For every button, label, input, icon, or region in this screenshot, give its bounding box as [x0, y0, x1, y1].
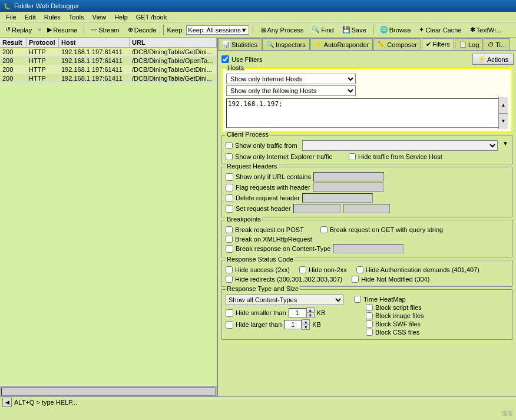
hide-traffic-service-label: Hide traffic from Service Host — [358, 153, 442, 160]
smaller-spin-down[interactable]: ▼ — [307, 313, 314, 318]
show-only-ie-checkbox[interactable] — [226, 153, 233, 160]
break-content-type-label: Break response on Content-Type — [236, 245, 330, 252]
smaller-spin-up[interactable]: ▲ — [307, 308, 314, 313]
hosts-dropdown2[interactable]: Show only the following Hosts Hide the f… — [226, 85, 508, 96]
break-get-checkbox[interactable] — [320, 226, 328, 233]
hide-larger-value[interactable] — [284, 320, 302, 329]
hide-auth-row: Hide Authentication demands (401,407) — [356, 266, 479, 273]
cell-url: /DCB/DiningTable/GetDini... — [130, 65, 217, 74]
menu-rules[interactable]: Rules — [41, 14, 64, 21]
tab-statistics[interactable]: 📊 Statistics — [218, 38, 262, 50]
time-heatmap-checkbox[interactable] — [354, 296, 361, 303]
left-bottom — [0, 386, 217, 396]
replay-button[interactable]: ↺ Replay — [2, 25, 35, 35]
hide-non2xx-checkbox[interactable] — [299, 266, 306, 273]
table-row[interactable]: 200 HTTP 192.168.1.197:61411 /DCB/Dining… — [0, 65, 217, 74]
set-header-value-input[interactable] — [343, 204, 390, 213]
flag-requests-input[interactable] — [313, 183, 383, 192]
table-header: Result Protocol Host URL — [0, 38, 217, 48]
hide-traffic-service-checkbox[interactable] — [349, 153, 356, 160]
block-image-label: Block image files — [375, 312, 424, 319]
header-result: Result — [0, 38, 27, 47]
textarea-scroll-up[interactable]: ▲ — [499, 97, 508, 114]
flag-requests-checkbox[interactable] — [226, 184, 233, 191]
menu-edit[interactable]: Edit — [21, 14, 39, 21]
hide-redirects-row: Hide redirects (300,301,302,303,307) — [226, 276, 342, 283]
hide-auth-checkbox[interactable] — [356, 266, 363, 273]
app-icon: 🐛 — [4, 3, 11, 9]
set-header-checkbox[interactable] — [226, 205, 233, 213]
textwiz-button[interactable]: ✱ TextWi... — [467, 25, 504, 35]
actions-button[interactable]: ⚡ Actions — [472, 54, 514, 65]
block-script-checkbox[interactable] — [366, 304, 373, 311]
tab-timeline[interactable]: ⏱ Ti... — [484, 38, 510, 50]
header-host: Host — [59, 38, 130, 47]
browse-button[interactable]: 🌐 Browse — [377, 25, 414, 35]
menu-tools[interactable]: Tools — [65, 14, 88, 21]
resume-icon: ▶ — [47, 26, 52, 34]
show-if-url-checkbox[interactable] — [226, 173, 233, 181]
table-row[interactable]: 200 HTTP 192.168.1.197:61411 /DCB/Dining… — [0, 74, 217, 83]
textarea-scroll-down[interactable]: ▼ — [499, 114, 508, 130]
traffic-from-arrow[interactable]: ▼ — [502, 140, 508, 151]
hide-success-checkbox[interactable] — [226, 266, 233, 273]
break-content-type-input[interactable] — [333, 244, 403, 253]
status-icon[interactable]: ◀ — [2, 398, 12, 407]
table-row[interactable]: 200 HTTP 192.168.1.197:61411 /DCB/Dining… — [0, 48, 217, 57]
cell-result: 200 — [0, 65, 27, 74]
show-only-traffic-checkbox[interactable] — [226, 142, 233, 149]
statistics-icon: 📊 — [222, 41, 230, 48]
use-filters-label: Use Filters — [231, 56, 263, 63]
break-post-checkbox[interactable] — [226, 226, 233, 233]
cell-result: 200 — [0, 74, 27, 82]
stream-button[interactable]: 〰 Stream — [88, 25, 122, 35]
tab-inspectors[interactable]: 🔍 Inspectors — [262, 38, 310, 50]
use-filters-checkbox[interactable] — [221, 55, 229, 63]
tab-log[interactable]: 📋 Log — [455, 38, 483, 50]
tab-autoresponder[interactable]: ⚡ AutoResponder — [310, 38, 373, 50]
block-swf-checkbox[interactable] — [366, 320, 373, 328]
table-row[interactable]: 200 HTTP 192.168.1.197:61411 /DCB/Dining… — [0, 57, 217, 65]
hide-larger-checkbox[interactable] — [226, 321, 233, 329]
hide-not-modified-checkbox[interactable] — [352, 276, 359, 283]
menu-file[interactable]: File — [2, 14, 20, 21]
delete-header-checkbox[interactable] — [226, 194, 233, 202]
hide-smaller-input[interactable]: ▲ ▼ — [289, 307, 315, 318]
hide-larger-input[interactable]: ▲ ▼ — [284, 319, 310, 330]
url-contains-input[interactable] — [313, 172, 384, 181]
block-swf-label: Block SWF files — [375, 320, 421, 328]
break-content-type-checkbox[interactable] — [226, 245, 233, 253]
set-header-name-input[interactable] — [293, 204, 340, 213]
break-xmlhttp-checkbox[interactable] — [226, 236, 233, 243]
larger-spin-down[interactable]: ▼ — [302, 325, 309, 329]
menu-get-book[interactable]: GET /book — [133, 14, 170, 21]
block-image-checkbox[interactable] — [366, 312, 373, 319]
hosts-textarea[interactable]: 192.168.1.197; — [226, 98, 508, 128]
keep-dropdown[interactable]: Keep: All sessions ▼ — [186, 25, 249, 35]
content-type-dropdown[interactable]: Show all Content-Types Show only Images … — [226, 295, 343, 305]
horizontal-scrollbar[interactable] — [1, 388, 216, 396]
menu-view[interactable]: View — [89, 14, 110, 21]
block-script-label: Block script files — [375, 304, 422, 311]
larger-spin-up[interactable]: ▲ — [302, 320, 309, 325]
decode-button[interactable]: ⊕ Decode — [125, 25, 160, 35]
hide-redirects-checkbox[interactable] — [226, 276, 233, 283]
save-button[interactable]: 💾 Save — [339, 25, 369, 35]
tab-filters[interactable]: ✔ Filters — [422, 38, 454, 50]
hosts-select1[interactable]: Show only Internet Hosts Show all Hosts … — [226, 74, 356, 84]
block-css-checkbox[interactable] — [366, 329, 373, 336]
tab-composer[interactable]: ✏️ Composer — [373, 38, 421, 50]
delete-header-input[interactable] — [302, 193, 373, 203]
clear-cache-button[interactable]: ✦ Clear Cache — [416, 25, 464, 35]
block-css-row: Block CSS files — [366, 329, 424, 336]
resume-button[interactable]: ▶ Resume — [44, 25, 80, 35]
menu-help[interactable]: Help — [111, 14, 131, 21]
browse-icon: 🌐 — [380, 26, 388, 34]
any-process-button[interactable]: 🖥 Any Process — [257, 25, 307, 35]
hide-smaller-value[interactable] — [289, 308, 306, 318]
hide-smaller-checkbox[interactable] — [226, 309, 233, 317]
hosts-select2[interactable]: Show only the following Hosts Hide the f… — [226, 85, 356, 96]
traffic-from-dropdown[interactable] — [302, 140, 498, 151]
hosts-dropdown1[interactable]: Show only Internet Hosts Show all Hosts … — [226, 74, 508, 84]
find-button[interactable]: 🔍 Find — [309, 25, 336, 35]
